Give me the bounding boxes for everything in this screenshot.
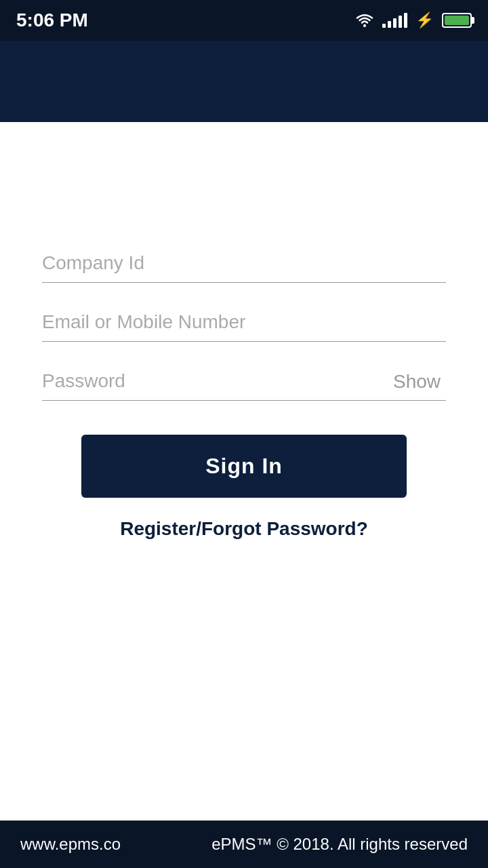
battery-fill	[445, 16, 469, 25]
email-input[interactable]	[42, 303, 446, 342]
footer: www.epms.co ePMS™ © 2018. All rights res…	[0, 821, 488, 868]
status-bar: 5:06 PM ⚡	[0, 0, 488, 41]
footer-website: www.epms.co	[20, 835, 121, 854]
signal-bars-icon	[382, 13, 407, 28]
register-forgot-link[interactable]: Register/Forgot Password?	[42, 518, 446, 540]
charging-icon: ⚡	[415, 12, 434, 29]
password-input[interactable]	[42, 362, 446, 401]
wifi-icon	[355, 13, 374, 28]
company-id-field	[42, 244, 446, 283]
main-content: Show Sign In Register/Forgot Password?	[0, 122, 488, 821]
login-form: Show Sign In Register/Forgot Password?	[42, 244, 446, 540]
company-id-input[interactable]	[42, 244, 446, 283]
show-password-button[interactable]: Show	[388, 366, 446, 398]
email-field-container	[42, 303, 446, 342]
footer-copyright: ePMS™ © 2018. All rights reserved	[211, 835, 468, 854]
status-time: 5:06 PM	[16, 9, 88, 31]
status-icons: ⚡	[355, 12, 472, 29]
svg-point-0	[363, 24, 366, 27]
header-banner	[0, 41, 488, 122]
password-field-container: Show	[42, 362, 446, 401]
signin-button[interactable]: Sign In	[81, 435, 407, 498]
battery-icon	[442, 13, 472, 28]
